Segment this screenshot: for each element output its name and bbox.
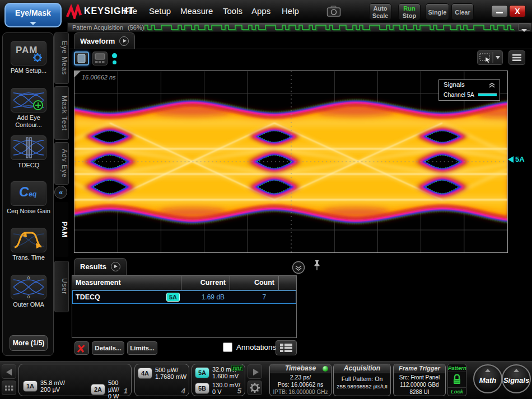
clear-button[interactable]: Clear: [451, 3, 474, 20]
details-button[interactable]: Details...: [92, 341, 124, 355]
sidebar-item-pam-setup[interactable]: PAM PAM Setup...: [3, 41, 54, 74]
col-count[interactable]: Count: [230, 276, 279, 290]
single-button[interactable]: Single: [426, 3, 449, 20]
slot-grid-button[interactable]: [2, 381, 16, 395]
channel-badge[interactable]: 1A: [23, 381, 38, 392]
legend-channel-label: Channel 5A: [444, 91, 474, 98]
menu-setup[interactable]: Setup: [149, 6, 171, 16]
col-extra: [279, 276, 296, 290]
play-icon[interactable]: [111, 262, 120, 271]
chevron-down-icon: [30, 22, 36, 25]
scroll-slots-left-button[interactable]: [2, 364, 16, 379]
annotations-checkbox[interactable]: [223, 342, 232, 352]
selection-tool-button[interactable]: [477, 50, 503, 65]
col-measurement[interactable]: Measurement: [72, 276, 181, 290]
trans-time-icon: [11, 228, 46, 252]
single-view-button[interactable]: [74, 51, 89, 65]
menu-help[interactable]: Help: [282, 6, 299, 16]
pin-icon[interactable]: [313, 260, 321, 271]
tab-waveform[interactable]: Waveform: [74, 32, 135, 49]
sidebar-item-tdecq[interactable]: TDECQ: [3, 135, 54, 169]
chevron-collapse-icon[interactable]: [488, 82, 496, 88]
channel-1a[interactable]: 1A 35.8 mV/200 µV: [23, 379, 65, 393]
channel-badge[interactable]: 2A: [91, 384, 105, 395]
menu-tools[interactable]: Tools: [223, 6, 242, 16]
tab-adv-eye[interactable]: Adv Eye: [54, 142, 69, 185]
channel-offset: 0 V: [212, 388, 222, 395]
results-table: Measurement Current Count TDECQ 5A 1.69 …: [72, 275, 297, 338]
delete-measurement-button[interactable]: [74, 341, 89, 355]
sidebar-item-label: Add Eye Contour...: [8, 114, 49, 129]
menu-file[interactable]: File: [124, 6, 137, 16]
mode-label: Eye/Mask: [6, 8, 60, 17]
ceq-icon-text: C: [19, 184, 29, 199]
limits-button[interactable]: Limits...: [127, 341, 157, 355]
menu-apps[interactable]: Apps: [251, 6, 270, 16]
sidebar-item-label: PAM Setup...: [3, 67, 54, 74]
frame-trigger-source: Src: Front Panel: [394, 374, 445, 381]
play-icon[interactable]: [119, 36, 129, 46]
mode-selector-button[interactable]: Eye/Mask: [4, 3, 62, 27]
time-reference-marker: [74, 71, 81, 77]
timebase-panel[interactable]: Timebase 2.23 ps/ Pos: 16.00662 ns IPTB:…: [269, 364, 332, 396]
channel-4a[interactable]: 4A 500 µW/1.7680 mW: [138, 367, 186, 380]
channel-5a-marker[interactable]: 5A: [508, 155, 525, 163]
results-tab-label: Results: [80, 262, 106, 271]
tab-results[interactable]: Results: [74, 258, 127, 275]
col-current[interactable]: Current: [181, 276, 230, 290]
signals-legend[interactable]: Signals Channel 5A: [438, 79, 500, 101]
table-row-tdecq[interactable]: TDECQ 5A 1.69 dB 7: [72, 290, 296, 304]
channel-settings-button[interactable]: [248, 381, 262, 395]
sidebar-item-trans-time[interactable]: Trans. Time: [3, 228, 54, 261]
acquisition-panel[interactable]: Acquisition Full Pattern: On 255.9899855…: [333, 364, 391, 396]
add-eye-contour-icon: [11, 88, 46, 112]
tab-eye-meas[interactable]: Eye Meas: [54, 32, 69, 84]
auto-scale-line1: Auto: [373, 5, 387, 12]
sidebar-item-ceq-noise-gain[interactable]: Ceq Ceq Noise Gain: [3, 181, 54, 215]
arrow-left-icon: [6, 369, 12, 375]
display-menu-button[interactable]: [508, 50, 525, 65]
frame-trigger-panel[interactable]: Frame Trigger Src: Front Panel 112.00000…: [393, 364, 446, 396]
tab-user[interactable]: User: [54, 261, 69, 312]
result-grid-button[interactable]: [276, 340, 297, 355]
acquisition-title: Acquisition: [344, 364, 380, 372]
channel-badge[interactable]: 4A: [138, 368, 152, 379]
channel-badge-active[interactable]: 5A: [195, 367, 209, 378]
collapse-results-button[interactable]: [292, 261, 305, 274]
chevron-down-icon: [496, 56, 500, 59]
channel-rate: 130.0 mV/: [212, 382, 240, 388]
run-stop-button[interactable]: Run Stop: [398, 3, 421, 20]
signals-button[interactable]: Signals: [502, 364, 531, 393]
scroll-slots-right-button[interactable]: [248, 364, 262, 379]
acquisition-bar-dropdown[interactable]: [518, 24, 530, 31]
stop-label: Stop: [403, 12, 416, 19]
sidebar-item-add-eye-contour[interactable]: Add Eye Contour...: [3, 88, 54, 129]
sidebar-item-outer-oma[interactable]: 0 0 Outer OMA: [3, 275, 54, 308]
tab-pam[interactable]: PAM: [54, 201, 69, 257]
more-tools-button[interactable]: More (1/5): [10, 335, 48, 351]
camera-icon[interactable]: [326, 6, 342, 17]
pattern-lock-indicator: Pattern Lock: [447, 364, 466, 396]
collapse-panel-button[interactable]: «: [54, 186, 67, 199]
pam-setup-icon: PAM: [11, 41, 46, 65]
pattern-acquisition-percent: (56%): [128, 24, 144, 31]
menu-measure[interactable]: Measure: [180, 6, 213, 16]
channel-badge[interactable]: 5B: [195, 383, 209, 394]
channel-5b[interactable]: 5B 130.0 mV/0 V: [195, 382, 240, 395]
channel-offset: 1.7680 mW: [155, 373, 186, 380]
multi-view-button[interactable]: [92, 51, 108, 65]
minimize-button[interactable]: [491, 5, 508, 17]
slot-4-panel: 4A 500 µW/1.7680 mW 4: [134, 364, 189, 396]
ceq-icon-sub: eq: [29, 190, 36, 198]
timebase-annotation: 16.00662 ns: [82, 74, 116, 81]
timebase-position: Pos: 16.00662 ns: [270, 381, 331, 388]
annotations-label: Annotations: [236, 343, 276, 351]
frame-trigger-title: Frame Trigger: [399, 365, 440, 372]
auto-scale-button[interactable]: Auto Scale: [369, 3, 391, 20]
timebase-iptb: IPTB: 16.000000 GHz: [270, 388, 331, 396]
arrow-up-icon: [514, 369, 519, 372]
tab-mask-test[interactable]: Mask Test: [54, 86, 69, 140]
math-button[interactable]: Math: [473, 364, 502, 393]
close-button[interactable]: X: [509, 5, 526, 17]
arrow-right-icon: [253, 369, 259, 375]
